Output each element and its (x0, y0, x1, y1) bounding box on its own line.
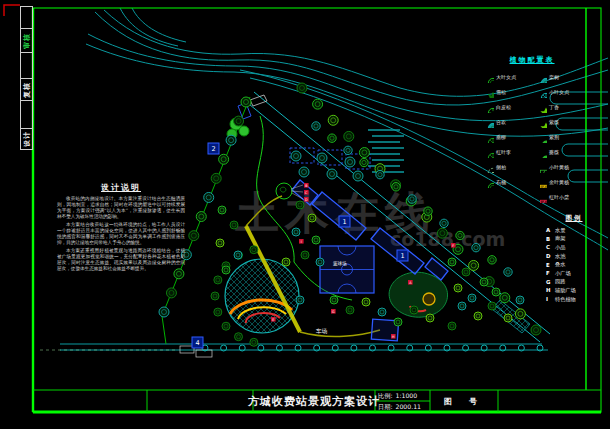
plant-legend: 植物配置表 大叶女贞雪松白皮松合欢垂柳红叶李侧柏石楠 栾树小叶女贞丁香紫薇紫荆蔷… (479, 55, 585, 204)
signoff-column: 审核 复核 设计 (20, 6, 33, 150)
key-legend-item: G园路 (546, 278, 602, 287)
plant-legend-label: 白皮松 (496, 104, 511, 110)
plant-legend-label: 合欢 (496, 119, 506, 125)
svg-text:D: D (305, 198, 308, 202)
red-letter-marker: A (408, 280, 413, 285)
key-legend-item: B廊架 (546, 235, 602, 244)
key-legend-item: D水池 (546, 252, 602, 261)
plant-legend-label: 小叶黄杨 (549, 164, 569, 170)
t1-plant-symbol-icon (479, 70, 494, 83)
key-legend-item: C小品 (546, 243, 602, 252)
plant-legend-item: 石楠 (479, 174, 532, 189)
parking-label: 车场 (316, 328, 328, 335)
key-legend-item: F小广场 (546, 269, 602, 278)
key-legend-code: F (546, 270, 555, 276)
key-legend-items: A水景B廊架C小品D水池E叠水F小广场G园路H辅助广场I特色植物 (546, 226, 602, 303)
plant-legend-label: 大叶女贞 (496, 74, 516, 80)
red-letter-marker: E (271, 317, 276, 322)
blue-number-marker: 1 (397, 250, 408, 261)
key-legend-label: 水景 (555, 227, 565, 234)
signoff-box-empty (20, 52, 33, 78)
key-legend-code: B (546, 236, 555, 242)
svg-text:G: G (332, 310, 335, 314)
corner-registration-mark (4, 5, 20, 16)
signoff-box-check: 复核 (20, 78, 33, 100)
key-legend-item: I特色植物 (546, 295, 602, 304)
t5-plant-symbol-icon (479, 130, 494, 143)
plant-legend-item: 栾树 (532, 69, 585, 84)
plant-legend-item: 紫薇 (532, 114, 585, 129)
t3-plant-symbol-icon (479, 100, 494, 113)
red-letter-marker: G (331, 309, 336, 314)
plant-legend-item: 侧柏 (479, 159, 532, 174)
t4-plant-symbol-icon (532, 70, 547, 83)
t1-plant-symbol-icon (479, 175, 494, 188)
plant-legend-label: 红叶李 (496, 149, 511, 155)
svg-text:1: 1 (400, 252, 404, 260)
plant-legend-item: 红叶小檗 (532, 189, 585, 204)
plant-legend-item: 小叶女贞 (532, 84, 585, 99)
key-legend-label: 辅助广场 (555, 287, 576, 294)
date-row: 日期: 2000.11 (378, 403, 421, 412)
plant-legend-label: 雪松 (496, 89, 506, 95)
plant-legend-label: 小叶女贞 (549, 89, 569, 95)
key-legend-item: A水景 (546, 226, 602, 235)
plant-legend-label: 紫薇 (549, 119, 559, 125)
signoff-label: 设计 (22, 131, 32, 147)
hy-plant-symbol-icon (532, 175, 547, 188)
svg-text:4: 4 (195, 339, 199, 347)
t5-plant-symbol-icon (479, 145, 494, 158)
key-legend-code: D (546, 253, 555, 259)
drawing-number-label: 图 号 (430, 393, 498, 409)
plant-legend-item: 红叶李 (479, 144, 532, 159)
blue-number-marker: 4 (192, 337, 203, 348)
design-notes-paragraph: 收费站的内侧绿地设计。本方案注重设计结合生态融洒原则，因地制宜，追求自然；同时在… (57, 196, 185, 220)
t4-plant-symbol-icon (479, 115, 494, 128)
cad-sheet: 土木在线 co188.com (0, 0, 610, 429)
plant-legend-label: 金叶黄杨 (549, 179, 569, 185)
red-letter-marker: D (304, 197, 309, 202)
svg-text:H: H (392, 335, 395, 339)
key-legend-code: H (546, 287, 555, 293)
plant-legend-label: 侧柏 (496, 164, 506, 170)
plant-legend-left-column: 大叶女贞雪松白皮松合欢垂柳红叶李侧柏石楠 (479, 69, 532, 204)
plant-legend-item: 垂柳 (479, 129, 532, 144)
watermark: 土木在线 co188.com (235, 187, 505, 250)
key-legend-code: I (546, 296, 555, 302)
key-legend-item: H辅助广场 (546, 286, 602, 295)
watermark-url: co188.com (390, 228, 505, 250)
red-letter-marker: I (299, 239, 304, 244)
scale-label: 比例: (378, 392, 392, 401)
signoff-box-empty (20, 6, 33, 28)
plant-legend-label: 石楠 (496, 179, 506, 185)
plant-legend-label: 蔷薇 (549, 149, 559, 155)
t8-plant-symbol-icon (532, 115, 547, 128)
plant-legend-item: 合欢 (479, 114, 532, 129)
plant-legend-label: 红叶小檗 (549, 194, 569, 200)
key-legend-label: 小品 (555, 244, 565, 251)
blue-number-marker: 1 (339, 216, 350, 227)
red-letter-marker: F (451, 243, 456, 248)
parterre-beds (290, 148, 370, 169)
signoff-box-design: 设计 (20, 128, 33, 150)
drawing-title: 方城收费站景观方案设计 (253, 391, 375, 411)
blue-number-marker: 2 (208, 143, 219, 154)
key-legend-label: 特色植物 (555, 296, 576, 303)
key-legend-label: 园路 (555, 278, 565, 285)
signoff-label: 复核 (22, 82, 32, 98)
design-notes-paragraph: 本方案结合收费站这一特殊环境的特点，给工作人员设计一个静谧舒适且丰富的绿化空间，… (57, 222, 185, 246)
t2-plant-symbol-icon (479, 85, 494, 98)
key-legend-item: E叠水 (546, 260, 602, 269)
plant-legend-label: 栾树 (549, 74, 559, 80)
svg-text:F: F (452, 244, 454, 248)
design-notes-paragraph: 本方案还重视用好植被景观与道路周边环境相结合，使植被广场景观更加视觉和谐统一，充… (57, 248, 185, 272)
plant-legend-item: 大叶女贞 (479, 69, 532, 84)
plant-legend-item: 丁香 (532, 99, 585, 114)
plant-legend-item: 雪松 (479, 84, 532, 99)
scale-row: 比例: 1:1000 (378, 392, 417, 401)
key-legend-label: 叠水 (555, 261, 565, 268)
bridge-deck-symbol (368, 130, 404, 172)
key-legend: 图例 A水景B廊架C小品D水池E叠水F小广场G园路H辅助广场I特色植物 (546, 214, 602, 303)
key-legend-label: 廊架 (555, 235, 565, 242)
key-legend-label: 小广场 (555, 270, 571, 277)
